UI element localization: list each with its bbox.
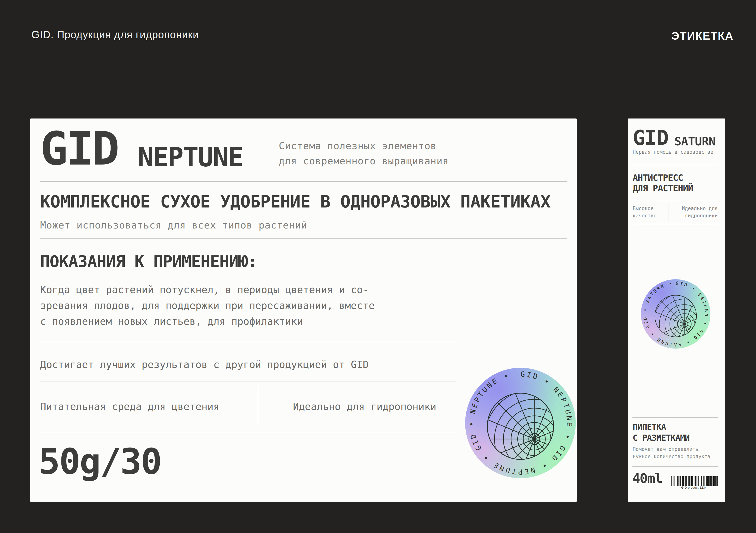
saturn-label-card: GID SATURN Первая помощь в садоводстве А… (628, 118, 725, 502)
saturn-category: АНТИСТРЕСС ДЛЯ РАСТЕНИЙ (633, 173, 693, 193)
neptune-feature-right: Идеально для гидропоники (293, 401, 436, 412)
saturn-feature-left-line1: Высокое (633, 205, 657, 212)
column-divider (669, 204, 669, 221)
indications-line3: с появлением новых листьев, для профилак… (40, 314, 375, 329)
saturn-product-name: SATURN (674, 136, 716, 147)
divider (40, 181, 567, 182)
page-tag-label: ЭТИКЕТКА (671, 29, 734, 42)
neptune-indications-text: Когда цвет растений потускнел, в периоды… (40, 282, 375, 329)
saturn-category-line2: ДЛЯ РАСТЕНИЙ (633, 183, 693, 193)
barcode-bars (670, 476, 718, 486)
saturn-feature-right: Идеально для гидропоники (682, 205, 718, 219)
holographic-badge-saturn: GID • SATURN • GID • SATURN • GID • SATU… (641, 279, 711, 349)
svg-text:GID • NEPTUNE • GID • NEPTUNE: GID • NEPTUNE • GID • NEPTUNE • GID • NE… (467, 370, 574, 476)
globe-outline (487, 393, 554, 460)
saturn-brand-logo: GID (633, 127, 668, 148)
globe-wireframe (465, 368, 576, 478)
badge-ring-text: GID • SATURN • GID • SATURN • GID • SATU… (642, 280, 709, 347)
divider (633, 165, 718, 165)
page-title: GID. Продукция для гидропоники (31, 29, 199, 40)
neptune-label-card: GID NEPTUNE Система полезных элементов д… (30, 118, 577, 502)
neptune-brand-logo: GID (40, 126, 118, 172)
neptune-subheadline: Может использоваться для всех типов раст… (40, 219, 307, 231)
divider (40, 239, 567, 239)
divider (40, 433, 456, 433)
globe-outline (655, 295, 696, 337)
pipette-title-line1: ПИПЕТКА (633, 421, 689, 432)
column-divider (258, 385, 258, 425)
neptune-product-name: NEPTUNE (138, 144, 243, 170)
saturn-feature-right-line2: гидропоники (682, 212, 718, 219)
saturn-feature-left-line2: качество (633, 212, 657, 219)
indications-line1: Когда цвет растений потускнел, в периоды… (40, 282, 375, 298)
neptune-tagline-line2: для современного выращивания (279, 153, 449, 168)
pipette-sub-line2: нужное количество продукта (633, 453, 711, 460)
barcode-caption: GID-product-1234 (670, 486, 718, 489)
neptune-size-value: 50g/30 (39, 444, 161, 479)
globe-wireframe (641, 279, 711, 349)
neptune-tagline: Система полезных элементов для современн… (279, 138, 449, 168)
saturn-tagline: Первая помощь в садоводстве (633, 149, 713, 155)
neptune-results-note: Достигает лучших результатов с другой пр… (40, 359, 369, 370)
holographic-badge-neptune: GID • NEPTUNE • GID • NEPTUNE • GID • NE… (465, 368, 576, 478)
saturn-feature-left: Высокое качество (633, 205, 657, 219)
barcode: GID-product-1234 (670, 476, 718, 489)
saturn-pipette-title: ПИПЕТКА С РАЗМЕТКАМИ (633, 421, 689, 443)
saturn-feature-right-line1: Идеально для (682, 205, 718, 212)
saturn-pipette-subtext: Поможет вам определить нужное количество… (633, 446, 711, 460)
badge-graphic: GID • NEPTUNE • GID • NEPTUNE • GID • NE… (465, 368, 576, 478)
divider (633, 417, 718, 418)
neptune-headline: КОМПЛЕКСНОЕ СУХОЕ УДОБРЕНИЕ В ОДНОРАЗОВЫ… (40, 193, 551, 210)
pipette-title-line2: С РАЗМЕТКАМИ (633, 432, 689, 443)
badge-ring-text: GID • NEPTUNE • GID • NEPTUNE • GID • NE… (467, 370, 574, 476)
saturn-category-line1: АНТИСТРЕСС (633, 173, 693, 183)
pipette-sub-line1: Поможет вам определить (633, 446, 711, 453)
divider (40, 381, 456, 381)
neptune-feature-left: Питательная среда для цветения (40, 401, 220, 412)
indications-line2: зревания плодов, для поддержки при перес… (40, 298, 375, 314)
svg-text:GID • SATURN • GID • SATURN •: GID • SATURN • GID • SATURN • GID • SATU… (642, 280, 709, 347)
neptune-indications-title: ПОКАЗАНИЯ К ПРИМЕНЕНИЮ: (40, 254, 257, 269)
divider (40, 341, 456, 341)
divider (633, 201, 718, 201)
presentation-canvas: GID. Продукция для гидропоники ЭТИКЕТКА … (0, 0, 756, 533)
badge-graphic: GID • SATURN • GID • SATURN • GID • SATU… (641, 279, 711, 349)
divider (633, 466, 718, 467)
neptune-tagline-line1: Система полезных элементов (279, 138, 449, 153)
saturn-volume-value: 40ml (632, 471, 662, 485)
divider (633, 224, 718, 224)
